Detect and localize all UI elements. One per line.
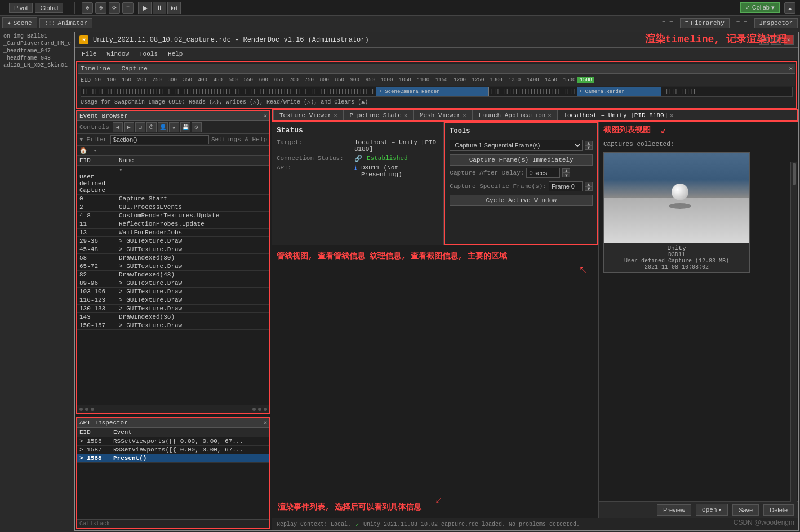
tab-localhost[interactable]: localhost – Unity [PID 8180] ✕ <box>557 110 679 120</box>
ctrl-user[interactable]: 👤 <box>158 122 168 132</box>
event-table-header: EID Name <box>77 156 269 166</box>
captures-scrollbar[interactable] <box>790 162 797 502</box>
tab-mesh-viewer[interactable]: Mesh Viewer ✕ <box>414 110 473 120</box>
capture-immediately-btn[interactable]: Capture Frame(s) Immediately <box>450 154 593 166</box>
event-row-2[interactable]: 4-8 CustomRenderTextures.Update <box>77 212 269 220</box>
event-row-4[interactable]: 13 WaitForRenderJobs <box>77 229 269 237</box>
event-row-14[interactable]: 143 DrawIndexed(36) <box>77 313 269 321</box>
ctrl-clock[interactable]: ⏱ <box>146 122 157 132</box>
delay-spinner-down[interactable]: ▼ <box>562 173 570 177</box>
api-row-0[interactable]: > 1586 RSSetViewports([{ 0.00, 0.00, 67.… <box>77 437 269 446</box>
ctrl-grid[interactable]: ⊞ <box>135 122 145 132</box>
event-row-6[interactable]: 45-48 > GUITexture.Draw <box>77 245 269 254</box>
tab-la-label: Launch Application <box>479 112 546 119</box>
spinner-down[interactable]: ▼ <box>585 145 593 150</box>
event-row-13[interactable]: 130-133 > GUITexture.Draw <box>77 305 269 313</box>
event-row-11[interactable]: 103-106 > GUITexture.Draw <box>77 288 269 296</box>
delete-button[interactable]: Delete <box>763 504 794 516</box>
event-browser-close[interactable]: ✕ <box>263 112 267 119</box>
pivot-button[interactable]: Pivot <box>9 3 33 13</box>
sidebar-item-1[interactable]: _CardPlayerCard_HN_c <box>2 40 70 47</box>
tab-lh-close[interactable]: ✕ <box>670 112 673 119</box>
ctrl-settings[interactable]: ⚙ <box>192 122 202 132</box>
scrollbar-thumb[interactable] <box>793 163 796 185</box>
event-row-9[interactable]: 82 DrawIndexed(48) <box>77 271 269 279</box>
toolbar-icon-4[interactable]: ≡ <box>122 2 134 14</box>
tab-la-close[interactable]: ✕ <box>548 112 551 119</box>
preview-button[interactable]: Preview <box>657 504 691 516</box>
tab-mv-close[interactable]: ✕ <box>463 112 466 119</box>
event-row-5[interactable]: 29-36 > GUITexture.Draw <box>77 237 269 245</box>
toolbar-icon-2[interactable]: ⊖ <box>95 2 106 14</box>
filter-input[interactable] <box>110 135 209 144</box>
api-inspector-close[interactable]: ✕ <box>263 419 267 426</box>
api-row-2[interactable]: > 1588 Present() <box>77 454 269 463</box>
capture-item-0[interactable]: Unity D3D11 User-defined Capture (12.83 … <box>603 152 750 273</box>
home-icon[interactable]: 🏠 <box>79 147 87 154</box>
specific-spinner-down[interactable]: ▼ <box>585 186 593 191</box>
event-row-12[interactable]: 116-123 > GUITexture.Draw <box>77 296 269 305</box>
capture-frames-select[interactable]: Capture 1 Sequential Frame(s) <box>450 140 583 151</box>
segment-camera-render[interactable]: + Camera.Render <box>577 87 661 96</box>
ctrl-star[interactable]: ★ <box>169 122 179 132</box>
sidebar-item-4[interactable]: ad128_LN_XDZ_Skin01 <box>2 62 70 69</box>
event-row-3[interactable]: 11 ReflectionProbes.Update <box>77 220 269 229</box>
event-row-10[interactable]: 89-96 > GUITexture.Draw <box>77 279 269 288</box>
sidebar-item-2[interactable]: _headframe_047 <box>2 47 70 55</box>
step-button[interactable]: ⏭ <box>167 2 181 14</box>
close-button[interactable]: ✕ <box>784 35 794 45</box>
cycle-window-btn[interactable]: Cycle Active Window <box>450 195 593 206</box>
capture-specific-input[interactable] <box>549 181 583 191</box>
toolbar-icon-1[interactable]: ⊕ <box>82 2 93 14</box>
sidebar-item-0[interactable]: on_img_Ball01 <box>2 33 70 40</box>
ctrl-forward[interactable]: ▶ <box>124 122 134 132</box>
capture-frames-spinner[interactable]: ▲ ▼ <box>585 141 593 150</box>
specific-spinner[interactable]: ▲ ▼ <box>585 182 593 191</box>
toolbar-icon-3[interactable]: ⟳ <box>109 2 120 14</box>
menu-window[interactable]: Window <box>102 50 134 59</box>
tab-texture-viewer[interactable]: Texture Viewer ✕ <box>273 110 343 120</box>
event-row-8[interactable]: 65-72 > GUITexture.Draw <box>77 262 269 271</box>
ctrl-back[interactable]: ◀ <box>113 122 123 132</box>
event-row-15[interactable]: 150-157 > GUITexture.Draw <box>77 321 269 330</box>
hierarchy-tab[interactable]: ≡ Hierarchy <box>680 18 730 28</box>
scene-tab[interactable]: ✦ Scene <box>2 17 37 28</box>
event-row-0[interactable]: 0 Capture Start <box>77 195 269 203</box>
save-button[interactable]: Save <box>732 504 759 516</box>
tab-pipeline-state[interactable]: Pipeline State ✕ <box>343 110 413 120</box>
event-group-header[interactable]: ▾ User-defined Capture <box>77 166 269 195</box>
segment-scene-camera[interactable]: + SceneCamera.Render <box>376 87 489 96</box>
dot-3 <box>91 408 94 411</box>
timeline-close-button[interactable]: ✕ <box>789 65 793 72</box>
menu-help[interactable]: Help <box>163 50 187 59</box>
dot-6 <box>264 408 267 411</box>
tab-launch-app[interactable]: Launch Application ✕ <box>473 110 558 120</box>
pause-button[interactable]: ⏸ <box>153 2 166 14</box>
inspector-tab[interactable]: Inspector <box>754 18 798 28</box>
minimize-button[interactable]: ─ <box>759 35 769 45</box>
ok-icon: ✓ <box>355 521 359 528</box>
maximize-button[interactable]: □ <box>771 35 781 45</box>
menu-tools[interactable]: Tools <box>135 50 162 59</box>
play-button[interactable]: ▶ <box>138 2 152 14</box>
api-row-1[interactable]: > 1587 RSSetViewports([{ 0.00, 0.00, 67.… <box>77 446 269 454</box>
timeline-track-1[interactable]: ||||||||||||||||||||||||||||||||||||||||… <box>81 87 793 97</box>
sidebar-item-3[interactable]: _headframe_048 <box>2 55 70 62</box>
collab-button[interactable]: ✓ Collab ▾ <box>740 2 780 13</box>
delay-spinner[interactable]: ▲ ▼ <box>562 168 570 177</box>
capture-delay-input[interactable] <box>526 168 560 178</box>
open-button[interactable]: Open ▾ <box>696 504 728 516</box>
tab-tv-close[interactable]: ✕ <box>334 112 337 119</box>
right-panel: Texture Viewer ✕ Pipeline State ✕ Mesh V… <box>272 109 798 530</box>
ctrl-save[interactable]: 💾 <box>180 122 190 132</box>
scene-icon: ✦ <box>7 19 11 26</box>
settings-help-label[interactable]: Settings & Help <box>211 136 267 143</box>
event-row-1[interactable]: 2 GUI.ProcessEvents <box>77 203 269 212</box>
animator-tab[interactable]: ::: Animator <box>39 18 93 28</box>
event-row-7[interactable]: 58 DrawIndexed(30) <box>77 254 269 262</box>
menu-file[interactable]: File <box>77 50 101 59</box>
tab-ps-close[interactable]: ✕ <box>404 112 407 119</box>
cloud-icon[interactable]: ☁ <box>784 2 795 14</box>
global-button[interactable]: Global <box>35 3 63 13</box>
capture-timestamp: 2021-11-08 10:08:02 <box>606 264 747 270</box>
